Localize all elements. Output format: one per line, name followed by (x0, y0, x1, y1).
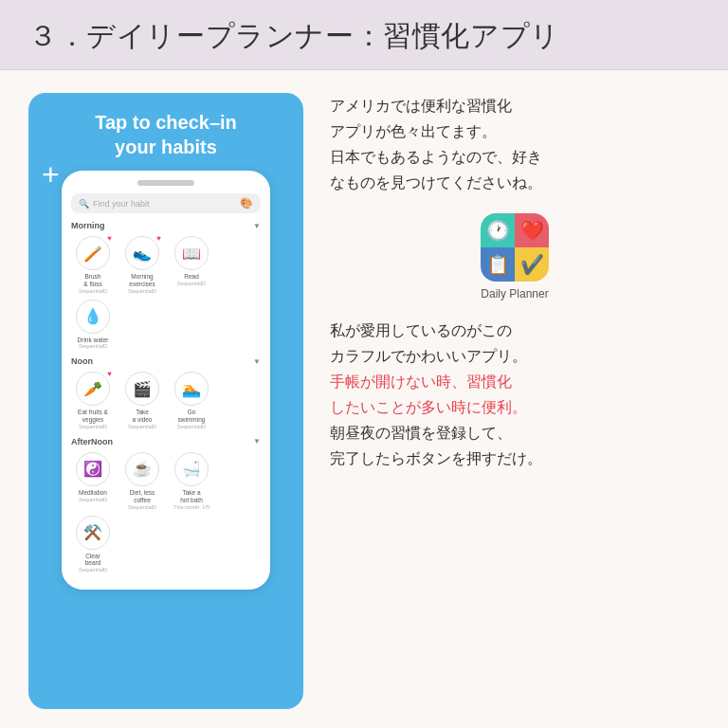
habit-name: Read (184, 273, 199, 281)
afternoon-habits: ☯️ Meditation SequentialD ☕ Diet, lessco… (71, 452, 261, 573)
noon-habits: 🥕♥ Eat fruits &veggies SequentialD 🎬 Tak… (71, 372, 261, 429)
app-icon-grid: 🕐 ❤️ 📋 ✔️ (481, 213, 549, 282)
app-icon-cell-yellow: ✔️ (515, 247, 549, 282)
description1: アメリカでは便利な習慣化 アプリが色々出てます。 日本でもあるようなので、好き … (330, 93, 700, 196)
habit-name: Drink water (78, 337, 109, 344)
habit-name: Meditation (79, 489, 107, 497)
habit-sub: SequentialD (177, 281, 206, 286)
habit-sub: SequentialD (79, 343, 107, 349)
header: ３．デイリープランナー：習慣化アプリ (0, 0, 728, 70)
habit-icon-exercises: 👟♥ (125, 236, 159, 270)
habit-sub: SequentialD (128, 424, 156, 429)
habit-sub: SequentialD (128, 504, 156, 510)
afternoon-section-header: AfterNoon ▼ (71, 437, 261, 446)
morning-label: Morning (71, 221, 105, 230)
app-icon-cell-red: ❤️ (515, 213, 549, 247)
description2: 私が愛用しているのがこの カラフルでかわいいアプリ。 手帳が開けない時、習慣化 … (330, 318, 700, 472)
noon-chevron[interactable]: ▼ (253, 357, 261, 366)
phone-notch (137, 180, 194, 186)
habit-icon-brush: 🪥♥ (76, 236, 110, 270)
afternoon-chevron[interactable]: ▼ (253, 437, 261, 446)
text-section: アメリカでは便利な習慣化 アプリが色々出てます。 日本でもあるようなので、好き … (330, 93, 700, 709)
afternoon-label: AfterNoon (71, 437, 113, 446)
heart-badge: ♥ (107, 370, 112, 378)
habit-sub: This month: 1/5 (173, 504, 209, 510)
app-name: Daily Planner (481, 287, 548, 300)
habit-icon-beard: ⚒️ (76, 516, 110, 550)
habit-icon-swimming: 🏊 (174, 372, 209, 406)
habit-name: Morningexercises (129, 273, 155, 288)
habit-icon-meditation: ☯️ (76, 452, 110, 486)
list-item[interactable]: 🥕♥ Eat fruits &veggies SequentialD (71, 372, 115, 429)
noon-section-header: Noon ▼ (71, 356, 261, 366)
habit-name: Diet, lesscoffee (130, 489, 155, 504)
habit-sub: SequentialD (79, 497, 107, 502)
page: ３．デイリープランナー：習慣化アプリ Tap to check–inyour h… (0, 0, 728, 728)
habit-icon-water: 💧 (76, 300, 110, 334)
morning-habits: 🪥♥ Brush& floss SequentialD 👟♥ Morningex… (71, 236, 261, 349)
list-item[interactable]: 🎬 Takea video SequentialD (120, 372, 164, 429)
phone-section: Tap to check–inyour habits + 🔍 Find your… (28, 93, 303, 709)
habit-name: Brush& floss (83, 273, 102, 288)
highlight-text: 手帳が開けない時、習慣化 したいことが多い時に便利。 (330, 373, 527, 415)
list-item[interactable]: 👟♥ Morningexercises SequentialD (120, 236, 164, 294)
habit-icon-video: 🎬 (125, 372, 159, 406)
habit-name: Takea video (133, 409, 153, 424)
morning-section-header: Morning ▼ (71, 221, 261, 230)
heart-badge: ♥ (107, 234, 112, 243)
plus-icon: + (42, 157, 60, 192)
habit-icon-bath: 🛁 (174, 452, 209, 486)
habit-sub: SequentialD (79, 424, 107, 429)
habit-name: Goswimming (178, 409, 206, 424)
habit-icon-veggies: 🥕♥ (76, 372, 110, 406)
habit-sub: SequentialD (177, 424, 206, 429)
page-title: ３．デイリープランナー：習慣化アプリ (28, 17, 700, 56)
heart-badge: ♥ (156, 234, 161, 243)
habit-sub: SequentialD (128, 288, 156, 294)
habit-name: Eat fruits &veggies (78, 409, 108, 424)
list-item[interactable]: 💧 Drink water SequentialD (71, 300, 115, 350)
habit-name: Take ahot bath (180, 489, 203, 504)
habit-icon-read: 📖 (174, 236, 209, 270)
app-icon-cell-blue: 📋 (481, 247, 515, 282)
list-item[interactable]: 🪥♥ Brush& floss SequentialD (71, 236, 115, 294)
apps-icon: 🎨 (240, 197, 253, 209)
search-bar[interactable]: 🔍 Find your habit 🎨 (71, 193, 261, 213)
list-item[interactable]: 📖 Read SequentialD (170, 236, 213, 294)
app-icon-cell-teal: 🕐 (481, 213, 515, 247)
morning-chevron[interactable]: ▼ (253, 222, 261, 230)
habit-sub: SequentialD (79, 567, 107, 573)
app-icon-block: 🕐 ❤️ 📋 ✔️ Daily Planner (330, 213, 700, 300)
habit-name: Clearbeard (85, 553, 101, 568)
list-item[interactable]: ☯️ Meditation SequentialD (71, 452, 115, 510)
list-item[interactable]: 🛁 Take ahot bath This month: 1/5 (170, 452, 213, 510)
list-item[interactable]: ⚒️ Clearbeard SequentialD (71, 516, 115, 573)
search-input-placeholder: Find your habit (93, 199, 150, 209)
habit-icon-coffee: ☕ (125, 452, 159, 486)
list-item[interactable]: ☕ Diet, lesscoffee SequentialD (120, 452, 164, 510)
habit-sub: SequentialD (79, 288, 107, 294)
phone-mockup: 🔍 Find your habit 🎨 Morning ▼ 🪥♥ Brush& … (62, 171, 270, 590)
tap-text: Tap to check–inyour habits (95, 110, 237, 159)
noon-label: Noon (71, 356, 93, 366)
list-item[interactable]: 🏊 Goswimming SequentialD (170, 372, 213, 429)
content-area: Tap to check–inyour habits + 🔍 Find your… (0, 70, 728, 728)
search-icon: 🔍 (79, 199, 89, 209)
